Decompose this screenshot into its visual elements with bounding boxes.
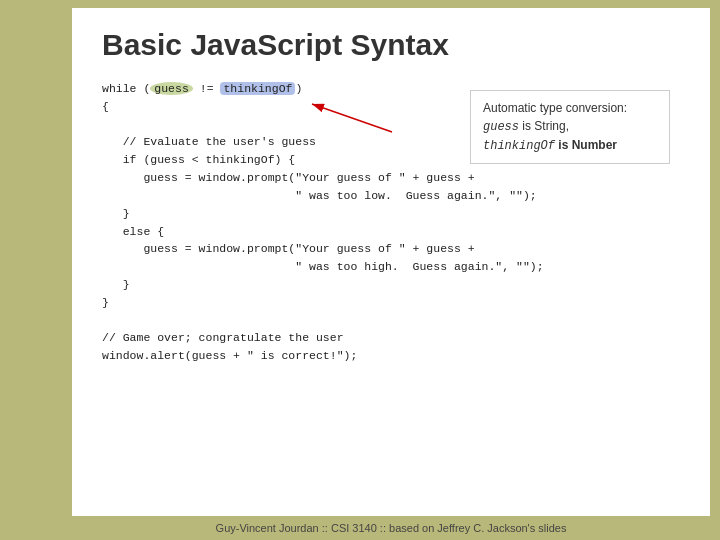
code-line-12: } — [102, 276, 680, 294]
slide-area: Basic JavaScript Syntax while (guess != … — [72, 8, 710, 516]
annotation-heading: Automatic type conversion: — [483, 101, 627, 115]
highlight-thinking: thinkingOf — [220, 82, 295, 95]
code-line-8: } — [102, 205, 680, 223]
code-line-14 — [102, 312, 680, 330]
highlight-guess: guess — [150, 82, 193, 95]
main-content: Basic JavaScript Syntax while (guess != … — [72, 0, 710, 540]
top-accent-bar — [72, 0, 710, 8]
left-accent-bar — [0, 0, 72, 540]
slide-title: Basic JavaScript Syntax — [102, 28, 680, 62]
footer-text: Guy-Vincent Jourdan :: CSI 3140 :: based… — [216, 522, 567, 534]
annotation-box: Automatic type conversion: guess is Stri… — [470, 90, 670, 164]
annotation-line1-mid: is String, — [519, 119, 569, 133]
code-line-10: guess = window.prompt("Your guess of " +… — [102, 240, 680, 258]
code-line-6: guess = window.prompt("Your guess of " +… — [102, 169, 680, 187]
code-line-15: // Game over; congratulate the user — [102, 329, 680, 347]
slide-body: while (guess != thinkingOf) { // Evaluat… — [102, 80, 680, 506]
code-line-7: " was too low. Guess again.", ""); — [102, 187, 680, 205]
annotation-thinkingof-kw: thinkingOf — [483, 139, 555, 153]
annotation-line2-mid: is Number — [555, 138, 617, 152]
code-line-16: window.alert(guess + " is correct!"); — [102, 347, 680, 365]
footer-bar: Guy-Vincent Jourdan :: CSI 3140 :: based… — [72, 516, 710, 540]
code-line-13: } — [102, 294, 680, 312]
code-line-11: " was too high. Guess again.", ""); — [102, 258, 680, 276]
annotation-guess-kw: guess — [483, 120, 519, 134]
right-accent-bar — [710, 0, 720, 540]
code-line-9: else { — [102, 223, 680, 241]
